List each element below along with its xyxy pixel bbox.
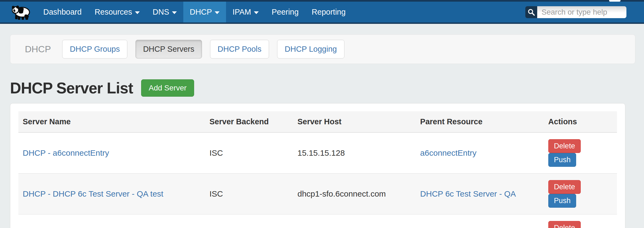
actions-cell: DeletePush — [544, 132, 617, 174]
delete-button[interactable]: Delete — [548, 139, 581, 153]
push-button[interactable]: Push — [548, 194, 576, 208]
server-backend-cell: CPNR — [205, 214, 293, 228]
table-header: Server NameServer BackendServer HostPare… — [18, 111, 617, 132]
server-name-link[interactable]: DHCP - a6connectEntry — [23, 148, 109, 157]
nav-item-dhcp[interactable]: DHCP — [183, 2, 226, 22]
table-row: Test Server TestCPNR4.5.6.7TLRDeletePush — [18, 214, 617, 228]
nav-item-label: DNS — [153, 8, 169, 17]
parent-resource-cell: TLR — [416, 214, 544, 228]
server-table: Server NameServer BackendServer HostPare… — [18, 111, 617, 228]
section-label: DHCP — [25, 44, 51, 54]
server-name-cell: Test Server Test — [18, 214, 205, 228]
parent-resource-cell: DHCP 6c Test Server - QA — [416, 174, 544, 214]
subnav-button-dhcp-groups[interactable]: DHCP Groups — [62, 40, 127, 58]
actions-cell: DeletePush — [544, 174, 617, 214]
search-button[interactable] — [525, 6, 537, 18]
subnav-button-dhcp-servers[interactable]: DHCP Servers — [135, 40, 202, 58]
page-heading-row: DHCP Server List Add Server — [10, 79, 635, 97]
server-name-link[interactable]: DHCP - DHCP 6c Test Server - QA test — [23, 189, 163, 198]
server-host-cell: 15.15.15.128 — [293, 132, 416, 174]
nav-item-label: Dashboard — [43, 8, 82, 17]
nav-menu: DashboardResourcesDNSDHCPIPAMPeeringRepo… — [37, 2, 352, 22]
delete-button[interactable]: Delete — [548, 180, 581, 194]
server-host-cell: dhcp1-sfo.6connect.com — [293, 174, 416, 214]
parent-resource-link[interactable]: a6connectEntry — [420, 148, 476, 157]
chevron-down-icon — [135, 11, 140, 14]
search-icon — [528, 9, 535, 16]
search-input[interactable] — [537, 6, 626, 18]
actions-cell: DeletePush — [544, 214, 617, 228]
parent-resource-link[interactable]: DHCP 6c Test Server - QA — [420, 189, 516, 198]
nav-item-resources[interactable]: Resources — [88, 2, 146, 22]
push-button[interactable]: Push — [548, 153, 576, 167]
server-backend-cell: ISC — [205, 132, 293, 174]
column-header-parent-resource: Parent Resource — [416, 111, 544, 132]
table-body: DHCP - a6connectEntryISC15.15.15.128a6co… — [18, 132, 617, 228]
page-title: DHCP Server List — [10, 79, 133, 97]
nav-item-label: Resources — [95, 8, 132, 17]
column-header-actions: Actions — [544, 111, 617, 132]
table-row: DHCP - a6connectEntryISC15.15.15.128a6co… — [18, 132, 617, 174]
server-backend-cell: ISC — [205, 174, 293, 214]
parent-resource-cell: a6connectEntry — [416, 132, 544, 174]
subnav-button-dhcp-pools[interactable]: DHCP Pools — [210, 40, 269, 58]
server-list-card: Server NameServer BackendServer HostPare… — [10, 103, 625, 228]
table-row: DHCP - DHCP 6c Test Server - QA testISCd… — [18, 174, 617, 214]
nav-item-label: IPAM — [233, 8, 251, 17]
column-header-server-host: Server Host — [293, 111, 416, 132]
chevron-down-icon — [215, 11, 220, 14]
add-server-button[interactable]: Add Server — [141, 79, 194, 97]
nav-item-dashboard[interactable]: Dashboard — [37, 2, 88, 22]
search-widget — [525, 6, 626, 18]
server-name-cell: DHCP - a6connectEntry — [18, 132, 205, 174]
server-name-cell: DHCP - DHCP 6c Test Server - QA test — [18, 174, 205, 214]
nav-item-peering[interactable]: Peering — [265, 2, 305, 22]
nav-item-label: Peering — [272, 8, 299, 17]
chevron-down-icon — [172, 11, 177, 14]
server-host-cell: 4.5.6.7 — [293, 214, 416, 228]
delete-button[interactable]: Delete — [548, 221, 581, 228]
column-header-server-name: Server Name — [18, 111, 205, 132]
main-navbar: DashboardResourcesDNSDHCPIPAMPeeringRepo… — [0, 2, 644, 24]
chevron-down-icon — [254, 11, 259, 14]
dhcp-subnav: DHCP DHCP GroupsDHCP ServersDHCP PoolsDH… — [10, 34, 635, 64]
nav-item-label: DHCP — [190, 8, 212, 17]
subnav-buttons: DHCP GroupsDHCP ServersDHCP PoolsDHCP Lo… — [62, 40, 344, 58]
nav-item-reporting[interactable]: Reporting — [305, 2, 352, 22]
subnav-button-dhcp-logging[interactable]: DHCP Logging — [277, 40, 344, 58]
nav-item-dns[interactable]: DNS — [146, 2, 183, 22]
nav-item-label: Reporting — [312, 8, 346, 17]
panda-logo-icon — [12, 4, 30, 20]
logo-container[interactable] — [0, 2, 37, 22]
column-header-server-backend: Server Backend — [205, 111, 293, 132]
nav-item-ipam[interactable]: IPAM — [226, 2, 265, 22]
table-header-row: Server NameServer BackendServer HostPare… — [18, 111, 617, 132]
